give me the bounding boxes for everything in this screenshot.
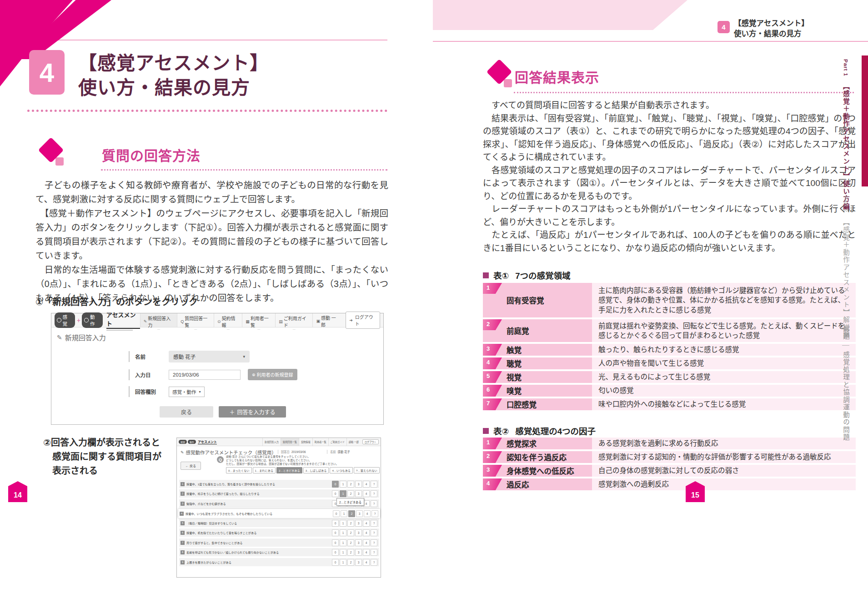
submit-answer-button[interactable]: ＋回答を入力する <box>219 406 286 418</box>
rating-cell[interactable]: ? <box>371 490 377 497</box>
pencil-icon: ✎ <box>181 450 184 455</box>
question-number: 7 <box>181 541 185 545</box>
nav-item-guide[interactable]: ご利用ガイド <box>328 438 346 446</box>
submit-answer-label: 回答を入力する <box>237 408 276 416</box>
rating-cell[interactable]: 2 <box>347 549 354 556</box>
rating-cell[interactable]: ? <box>371 559 377 566</box>
term-cell: 6嗅覚 <box>483 385 592 397</box>
nav-item-guide[interactable]: ▤ご利用ガイド— <box>275 313 312 327</box>
nav-item-users[interactable]: 利用者一覧 <box>312 438 328 446</box>
meta-date-label: 回答日 <box>281 450 290 454</box>
nav-item-answer-list[interactable]: 質問回答一覧 <box>281 438 299 446</box>
rating-cell[interactable]: 0 <box>332 481 339 488</box>
legend-chip-2-selected[interactable]: 2…ときどきある <box>276 467 302 473</box>
rating-cell[interactable]: 2 <box>347 490 354 497</box>
rating-cell[interactable]: 3 <box>355 520 362 527</box>
nav-submark: — <box>293 328 296 331</box>
rating-cell[interactable]: 2 <box>347 529 354 536</box>
nav-item-contract[interactable]: 契約情報 <box>299 438 312 446</box>
table2-title: 表② 感覚処理の4つの因子 <box>483 425 596 437</box>
nav-item-new-entry[interactable]: ✎新規回答入力— <box>140 313 177 327</box>
rating-cell[interactable]: 1 <box>340 481 346 488</box>
user-account[interactable]: ▣感動 一郎 <box>312 313 342 327</box>
rating-cell[interactable]: 3 <box>355 529 362 536</box>
app-toolbar-small: 感覚 動作 アセスメント 新規回答入力 質問回答一覧 契約情報 利用者一覧 ご利… <box>177 438 381 446</box>
logo-plus-icon: ＋ <box>76 317 80 323</box>
rating-cell[interactable]: 4 <box>363 520 370 527</box>
rating-cell[interactable]: ? <box>371 500 377 507</box>
back-button[interactable]: 戻る <box>160 406 213 418</box>
logo-sensory-label: 感覚 <box>63 313 72 327</box>
question-row: 7 周りで音がすると、集中できないことがある 01234? <box>179 539 379 547</box>
term-cell: 4過反応 <box>483 478 592 490</box>
rating-cell[interactable]: ? <box>371 510 378 517</box>
question-number: 5 <box>181 521 185 525</box>
rating-cell[interactable]: 4 <box>363 490 370 497</box>
rating-cell[interactable]: 1 <box>340 559 346 566</box>
rating-cell[interactable]: ? <box>371 520 377 527</box>
question-text: 上履きを履きたがらないことがある <box>186 560 332 564</box>
rating-cell[interactable]: ? <box>371 529 377 536</box>
rating-cell[interactable]: 0 <box>333 510 340 517</box>
question-text: 授業中、1度でも席を立ったり、落ち着きなく頭や体を揺らしたりする <box>186 482 332 486</box>
app-logo: 感覚 ＋ 動作 アセスメント <box>55 310 140 331</box>
rating-cell[interactable]: 0 <box>332 490 339 497</box>
table1: 1固有受容覚 主に筋肉内部にある受容器（筋紡錘やゴルジ腱器官など）から受け止めて… <box>483 283 856 412</box>
legend-chip-1[interactable]: 1…まれにある <box>253 467 276 473</box>
rating-cell[interactable]: ? <box>371 481 377 488</box>
date-input[interactable]: 2019/03/06 <box>169 370 241 380</box>
legend-chip-0[interactable]: 0…まったくない <box>226 467 252 473</box>
rating-cell[interactable]: 3 <box>355 481 362 488</box>
legend-chip-4[interactable]: 4…いつもある <box>330 467 353 473</box>
rating-cell[interactable]: 2 <box>347 481 354 488</box>
legend-chip-unknown[interactable]: ?…答えられない <box>354 467 380 473</box>
rating-cell[interactable]: 2 <box>347 559 354 566</box>
term-cell: 1感覚探求 <box>483 438 592 449</box>
rating-cell[interactable]: 2 <box>347 539 354 546</box>
question-row: 6 授業中、机を指でたたいたりして音を鳴らすことがある 01234? <box>179 528 379 537</box>
sensory-pill: 感覚 <box>179 440 187 444</box>
rating-cell[interactable]: 4 <box>363 539 370 546</box>
rating-cell[interactable]: 1 <box>340 549 346 556</box>
rating-cell[interactable]: 3 <box>355 559 362 566</box>
rating-cell[interactable]: 0 <box>332 559 339 566</box>
nav-item-new-entry[interactable]: 新規回答入力 <box>262 438 281 446</box>
logout-button[interactable]: ➜ログアウト <box>346 312 380 329</box>
rating-cell[interactable]: 0 <box>332 539 339 546</box>
rating-cell[interactable]: 3 <box>355 539 362 546</box>
back-label: 戻る <box>190 463 196 468</box>
running-head-badge: 4 <box>717 21 730 33</box>
rating-cell[interactable]: ? <box>371 539 377 546</box>
legend-chip-3[interactable]: 3…しばしばある <box>303 467 329 473</box>
user-account[interactable]: 感動 一郎 <box>346 438 361 446</box>
rating-cell[interactable]: 1 <box>341 510 347 517</box>
rating-cell[interactable]: 4 <box>363 481 370 488</box>
rating-cell[interactable]: 1 <box>340 520 346 527</box>
rating-cell[interactable]: 3 <box>355 549 362 556</box>
nav-item-users[interactable]: ▦利用者一覧— <box>242 313 275 327</box>
term-cell: 3触覚 <box>483 344 592 356</box>
register-user-button[interactable]: ⊕利用者の新規登録 <box>248 369 297 380</box>
name-select[interactable]: 感動 花子▾ <box>169 351 250 362</box>
nav-item-contract[interactable]: ⊙契約情報— <box>214 313 242 327</box>
rating-cell[interactable]: 1 <box>340 490 346 497</box>
rating-cell[interactable]: 3 <box>355 490 362 497</box>
back-button-small[interactable]: ←戻る <box>181 462 201 470</box>
rating-cell[interactable]: 4 <box>364 510 371 517</box>
logout-button[interactable]: ログアウト <box>362 439 379 444</box>
nav-item-answer-list[interactable]: Q質問回答一覧— <box>177 313 214 327</box>
rating-cell[interactable]: 0 <box>332 529 339 536</box>
rating-cell[interactable]: 0 <box>332 549 339 556</box>
type-select[interactable]: 感覚・動作▾ <box>169 387 205 397</box>
meta-date: 回答日 2019/03/06 <box>278 450 306 454</box>
rating-cell[interactable]: 4 <box>363 549 370 556</box>
rating-cell[interactable]: 0 <box>332 520 339 527</box>
rating-cell[interactable]: 1 <box>340 539 346 546</box>
rating-cell[interactable]: 1 <box>340 529 346 536</box>
rating-cell[interactable]: ? <box>371 549 377 556</box>
rating-cell[interactable]: 3 <box>356 510 363 517</box>
rating-cell[interactable]: 4 <box>363 529 370 536</box>
rating-cell[interactable]: 4 <box>363 559 370 566</box>
rating-cell[interactable]: 2 <box>347 520 354 527</box>
rating-cell[interactable]: 2 <box>348 510 355 517</box>
